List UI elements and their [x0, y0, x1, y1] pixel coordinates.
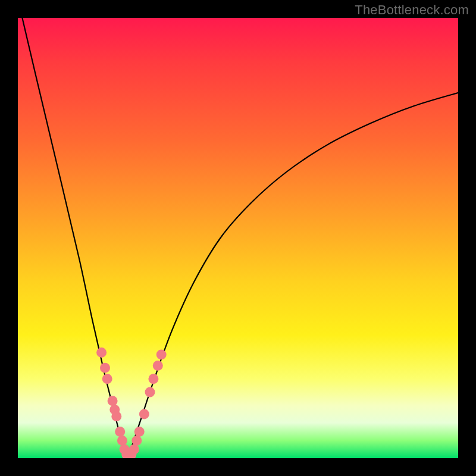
plot-area — [18, 18, 458, 458]
highlight-dot — [108, 396, 118, 406]
highlight-dot — [100, 363, 110, 373]
curve-right-branch — [128, 93, 458, 458]
highlight-dot — [129, 444, 139, 455]
highlight-dot — [117, 436, 127, 446]
highlight-dot — [131, 436, 142, 446]
highlight-dot — [96, 347, 107, 358]
highlight-dot — [115, 427, 125, 437]
highlight-dot — [145, 387, 155, 397]
curve-left-branch — [22, 18, 128, 458]
highlight-dot — [139, 409, 149, 419]
highlight-dot — [156, 350, 167, 360]
chart-svg — [18, 18, 458, 458]
chart-frame: TheBottleneck.com — [0, 0, 476, 476]
highlight-dot — [102, 374, 112, 384]
highlight-dot — [111, 411, 121, 421]
highlight-dot — [148, 374, 158, 384]
highlight-dot — [134, 427, 145, 437]
watermark-text: TheBottleneck.com — [355, 2, 469, 18]
highlight-dot — [153, 361, 163, 371]
